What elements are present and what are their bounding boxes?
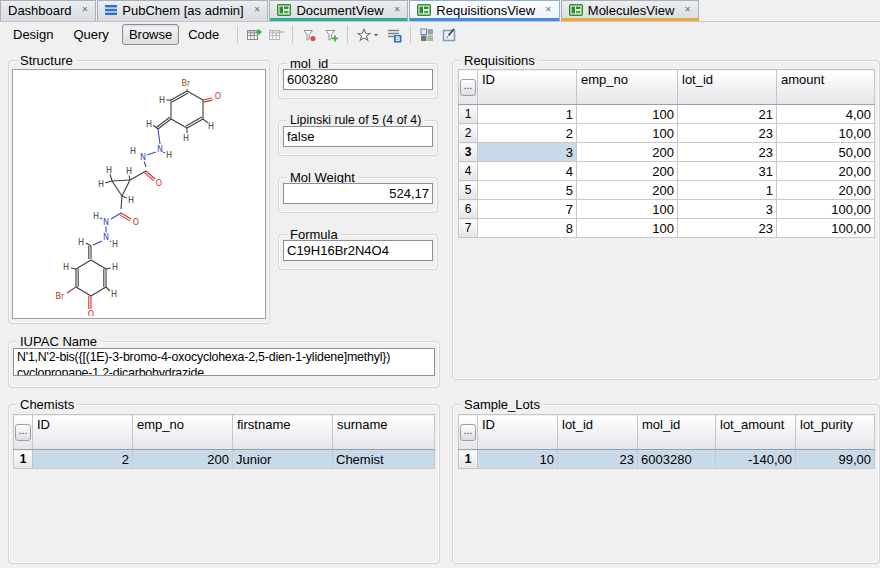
table-cell[interactable]: 23	[558, 450, 638, 469]
table-cell[interactable]: 100	[577, 219, 678, 238]
table-cell[interactable]: 100,00	[777, 219, 875, 238]
table-corner-button[interactable]: ...	[15, 424, 31, 441]
data-view-options-icon[interactable]: B	[385, 26, 403, 43]
toolbar: Design Query Browse Code B	[0, 22, 880, 47]
table-cell[interactable]: 23	[678, 143, 777, 162]
mol-id-field[interactable]: 6003280	[283, 69, 433, 90]
structure-canvas[interactable]: BrOHHHHNHNHOHHHHONHNHHHHHBrO	[12, 69, 266, 319]
table-cell[interactable]: 3	[478, 143, 577, 162]
layout-grid-icon[interactable]	[418, 26, 436, 43]
table-cell[interactable]: 10	[478, 450, 558, 469]
svg-text:B: B	[396, 35, 401, 43]
tab-pubchem[interactable]: PubChem [as admin] ✕	[97, 0, 268, 21]
formula-field[interactable]: C19H16Br2N4O4	[283, 240, 433, 261]
column-header[interactable]: ID	[33, 415, 133, 450]
table-cell[interactable]: 100	[577, 124, 678, 143]
column-header[interactable]: emp_no	[577, 70, 678, 105]
open-in-editor-icon[interactable]	[440, 26, 458, 43]
row-header[interactable]: 2	[459, 124, 478, 143]
table-cell[interactable]: 2	[33, 450, 133, 469]
row-header[interactable]: 3	[459, 143, 478, 162]
table-cell[interactable]: 100,00	[777, 200, 875, 219]
table-cell[interactable]: 20,00	[777, 162, 875, 181]
table-cell[interactable]: Chemist	[333, 450, 435, 469]
row-header[interactable]: 1	[459, 105, 478, 124]
iupac-field[interactable]: N'1,N'2-bis({[(1E)-3-bromo-4-oxocyclohex…	[13, 348, 435, 376]
table-cell[interactable]: 23	[678, 124, 777, 143]
table-cell[interactable]: 7	[478, 200, 577, 219]
table-cell[interactable]: 200	[577, 181, 678, 200]
code-button[interactable]: Code	[181, 24, 226, 45]
column-header[interactable]: ID	[478, 70, 577, 105]
table-cell[interactable]: Junior	[233, 450, 333, 469]
query-button[interactable]: Query	[66, 24, 115, 45]
table-corner-button[interactable]: ...	[460, 424, 476, 441]
table-cell[interactable]: 21	[678, 105, 777, 124]
table-cell[interactable]: 5	[478, 181, 577, 200]
table-cell[interactable]: 50,00	[777, 143, 875, 162]
svg-text:H: H	[78, 238, 84, 247]
row-header[interactable]: 1	[459, 450, 478, 469]
filter-add-icon[interactable]	[322, 26, 340, 43]
table-cell[interactable]: 20,00	[777, 181, 875, 200]
column-header[interactable]: lot_amount	[716, 415, 796, 450]
table-cell[interactable]: 100	[577, 200, 678, 219]
table-cell[interactable]: 200	[577, 143, 678, 162]
column-header[interactable]: lot_id	[558, 415, 638, 450]
close-icon[interactable]: ✕	[684, 6, 691, 14]
row-header[interactable]: 4	[459, 162, 478, 181]
table-cell[interactable]: 100	[577, 105, 678, 124]
column-header[interactable]: emp_no	[133, 415, 233, 450]
tab-requisitionsview[interactable]: RequisitionsView ✕	[409, 0, 559, 21]
tab-label: MoleculesView	[588, 3, 674, 18]
browse-button[interactable]: Browse	[122, 24, 179, 45]
column-header[interactable]: amount	[777, 70, 875, 105]
table-cell[interactable]: 31	[678, 162, 777, 181]
close-icon[interactable]: ✕	[254, 6, 261, 14]
mol-weight-field[interactable]: 524,17	[283, 183, 433, 204]
svg-text:H: H	[111, 290, 117, 299]
table-cell[interactable]: 6003280	[638, 450, 716, 469]
close-icon[interactable]: ✕	[394, 6, 401, 14]
table-cell[interactable]: 200	[577, 162, 678, 181]
lipinski-field[interactable]: false	[283, 126, 433, 147]
table-cell[interactable]: 3	[678, 200, 777, 219]
delete-record-icon[interactable]	[267, 26, 285, 43]
add-record-icon[interactable]	[245, 26, 263, 43]
table-corner-button[interactable]: ...	[460, 79, 476, 96]
table-cell[interactable]: 10,00	[777, 124, 875, 143]
tab-dashboard[interactable]: Dashboard ✕	[0, 0, 96, 21]
toolbar-separator	[410, 26, 411, 43]
row-header[interactable]: 5	[459, 181, 478, 200]
column-header[interactable]: lot_id	[678, 70, 777, 105]
table-cell[interactable]: 200	[133, 450, 233, 469]
table-cell[interactable]: 4,00	[777, 105, 875, 124]
column-header[interactable]: mol_id	[638, 415, 716, 450]
column-header[interactable]: firstname	[233, 415, 333, 450]
column-header[interactable]: lot_purity	[796, 415, 875, 450]
table-cell[interactable]: -140,00	[716, 450, 796, 469]
svg-text:N: N	[157, 145, 163, 154]
favorites-dropdown-icon[interactable]	[355, 26, 381, 43]
row-header[interactable]: 7	[459, 219, 478, 238]
tab-documentview[interactable]: DocumentView ✕	[269, 0, 408, 21]
column-header[interactable]: ID	[478, 415, 558, 450]
close-icon[interactable]: ✕	[82, 6, 89, 14]
table-cell[interactable]: 8	[478, 219, 577, 238]
table-row: 221002310,00	[459, 124, 875, 143]
filter-remove-icon[interactable]	[300, 26, 318, 43]
row-header[interactable]: 6	[459, 200, 478, 219]
table-cell[interactable]: 1	[678, 181, 777, 200]
column-header[interactable]: surname	[333, 415, 435, 450]
table-cell[interactable]: 2	[478, 124, 577, 143]
tab-moleculesview[interactable]: MoleculesView ✕	[561, 0, 699, 21]
svg-text:O: O	[133, 218, 139, 227]
design-button[interactable]: Design	[6, 24, 60, 45]
close-icon[interactable]: ✕	[545, 6, 552, 14]
table-cell[interactable]: 4	[478, 162, 577, 181]
requisitions-group: Requisitions ...IDemp_nolot_idamount1110…	[452, 60, 880, 380]
row-header[interactable]: 1	[14, 450, 33, 469]
table-cell[interactable]: 23	[678, 219, 777, 238]
table-cell[interactable]: 1	[478, 105, 577, 124]
table-cell[interactable]: 99,00	[796, 450, 875, 469]
